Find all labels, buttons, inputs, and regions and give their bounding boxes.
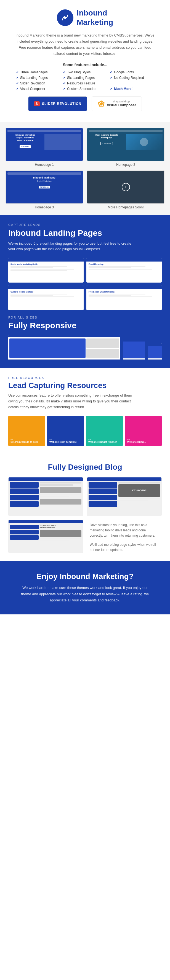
cta-title: Enjoy Inbound Marketing?	[8, 572, 162, 581]
resource-card-2[interactable]: #2 Website Brief Template	[47, 416, 84, 446]
resource-card-title-4: Website Budg...	[127, 441, 159, 444]
resource-card-title-3: Website Budget Planner	[88, 441, 121, 444]
feature-item-much-more: ✓ Much More!	[110, 87, 154, 91]
blog-thumb-3[interactable]: 10 Quick Tips AboutResponsive Design	[8, 520, 83, 553]
blog-previews-row1: KEYWORDS	[8, 477, 162, 516]
blog-text-desc-2: We'll add more blog page styles when we …	[90, 542, 159, 553]
vc-label: Visual Composer	[107, 103, 136, 107]
blog-text-desc-1: Drive visitors to your blog, use this as…	[90, 522, 159, 539]
feature-item: ✓ Slider Revolution	[16, 81, 60, 85]
landing-desc: We've included 6 pre-built landing pages…	[8, 241, 135, 252]
homepage-grid-bottom: Inbound Marketing Digital Marketing READ…	[6, 170, 164, 209]
feature-item: ✓ Three Homepages	[16, 70, 60, 74]
feature-label: Six Landing Pages	[20, 76, 48, 80]
homepage-thumb-4[interactable]: +	[87, 170, 164, 204]
landing-page-thumb-3[interactable]: Guide to Mobile Strategy	[8, 285, 83, 310]
landing-tag: CAPTURE LEADS	[8, 223, 162, 226]
resource-card-label-2: #2	[49, 438, 82, 441]
feature-item: ✓ Six Landing Pages	[63, 76, 107, 80]
add-homepage-icon: +	[122, 183, 130, 191]
resource-card-title-2: Website Brief Template	[49, 441, 82, 444]
features-list: ✓ Three Homepages ✓ Two Blog Styles ✓ Go…	[16, 70, 154, 91]
homepage-previews: Inbound MarketingDigital MarketingReal D…	[0, 123, 170, 215]
check-icon: ✓	[63, 70, 66, 74]
lp-label-1: Social Media Marketing Guide	[11, 263, 82, 265]
feature-item: ✓ Six Landing Pages	[16, 76, 60, 80]
blog-thumb-2[interactable]: KEYWORDS	[87, 477, 162, 516]
check-icon: ✓	[110, 76, 113, 80]
blog-text-block: Drive visitors to your blog, use this as…	[87, 520, 162, 556]
homepage-thumb-3[interactable]: Inbound Marketing Digital Marketing READ…	[6, 170, 83, 204]
resource-card-1[interactable]: #1 101 Point Guide to SEO	[8, 416, 45, 446]
device-tablet	[123, 339, 145, 360]
features-title: Some features include...	[11, 62, 159, 67]
plugin-badges: S SLIDER REVOLUTION drag and drop Visual…	[11, 96, 159, 111]
landing-page-thumb-1[interactable]: Social Media Marketing Guide	[8, 258, 83, 283]
device-desktop	[8, 335, 120, 360]
homepage-label-1: Homepage 1	[6, 163, 83, 167]
homepage-label-3: Homepage 3	[6, 205, 83, 209]
feature-item	[110, 81, 154, 85]
check-icon: ✓	[110, 87, 113, 91]
cta-desc: We work hard to make sure these themes w…	[19, 585, 151, 603]
resources-section: FREE RESOURCES Lead Capturing Resources …	[0, 368, 170, 454]
resource-card-label-4: #4	[127, 438, 159, 441]
check-icon: ✓	[16, 87, 19, 91]
responsive-section: FOR ALL SIZES Fully Responsive	[0, 310, 170, 368]
header-section: Inbound Marketing Inbound Marketing them…	[0, 0, 170, 123]
homepage-label-2: Homepage 2	[87, 163, 164, 167]
lp-label-3: Guide to Mobile Strategy	[11, 291, 82, 293]
blog-section: Fully Designed Blog	[0, 455, 170, 556]
resources-desc: Use our resources feature to offer visit…	[8, 393, 135, 410]
landing-pages-grid: Social Media Marketing Guide Email Marke…	[8, 258, 162, 310]
homepage-thumb-2[interactable]: Real Inbound ExpertsHomepage LEARN MORE	[87, 128, 164, 161]
feature-label: Google Fonts	[114, 70, 134, 74]
homepage-item-4: + More Homepages Soon!	[87, 170, 164, 209]
resource-card-4[interactable]: #4 Website Budg...	[125, 416, 162, 446]
feature-item: ✓ Custom Shortcodes	[63, 87, 107, 91]
resources-tag: FREE RESOURCES	[8, 376, 162, 379]
slider-revolution-badge: S SLIDER REVOLUTION	[28, 96, 87, 111]
blog-row-2: 10 Quick Tips AboutResponsive Design Dri…	[8, 520, 162, 556]
lp-label-2: Email Marketing	[88, 263, 159, 265]
check-icon: ✓	[63, 81, 66, 85]
logo-area: Inbound Marketing	[11, 8, 159, 27]
feature-label: Visual Composer	[20, 87, 45, 91]
vc-logo: drag and drop Visual Composer	[98, 100, 136, 108]
header-description: Inbound Marketing theme is a brand new m…	[13, 32, 157, 57]
blog-section-title: Fully Designed Blog	[8, 463, 162, 472]
landing-page-thumb-2[interactable]: Email Marketing	[87, 258, 162, 283]
blog-thumb-1[interactable]	[8, 477, 83, 516]
homepage-label-4: More Homepages Soon!	[87, 205, 164, 209]
responsive-title: Fully Responsive	[8, 321, 162, 330]
homepage-thumb-1[interactable]: Inbound MarketingDigital MarketingReal D…	[6, 128, 83, 161]
check-icon: ✓	[16, 76, 19, 80]
feature-label: Six Landing Pages	[67, 76, 94, 80]
logo-title: Inbound Marketing	[77, 8, 113, 27]
check-icon: ✓	[16, 81, 19, 85]
feature-item: ✓ Google Fonts	[110, 70, 154, 74]
landing-page-thumb-4[interactable]: Free Ebook Email Marketing	[87, 285, 162, 310]
feature-item: ✓ Visual Composer	[16, 87, 60, 91]
homepage-item-3: Inbound Marketing Digital Marketing READ…	[6, 170, 83, 209]
homepage-item-1: Inbound MarketingDigital MarketingReal D…	[6, 128, 83, 167]
slider-label: SLIDER REVOLUTION	[42, 102, 82, 106]
keywords-block: KEYWORDS	[118, 484, 160, 497]
devices-container	[8, 335, 162, 360]
lp-label-4: Free Ebook Email Marketing	[88, 291, 159, 293]
feature-label: Two Blog Styles	[67, 70, 91, 74]
resource-card-3[interactable]: #3 Website Budget Planner	[86, 416, 123, 446]
resource-card-label-1: #1	[11, 438, 43, 441]
svg-point-1	[64, 17, 66, 19]
vc-sublabel: drag and drop	[107, 100, 136, 103]
logo-icon	[57, 10, 73, 26]
feature-label: Custom Shortcodes	[67, 87, 96, 91]
resource-card-label-3: #3	[88, 438, 121, 441]
feature-label-much-more: Much More!	[114, 87, 132, 91]
feature-label: Three Homepages	[20, 70, 47, 74]
feature-label: Resources Feature	[67, 81, 95, 85]
blog-thumb3-title: 10 Quick Tips AboutResponsive Design	[40, 525, 82, 529]
keywords-label: KEYWORDS	[132, 489, 146, 492]
feature-item: ✓ No Coding Required	[110, 76, 154, 80]
feature-label: No Coding Required	[114, 76, 144, 80]
